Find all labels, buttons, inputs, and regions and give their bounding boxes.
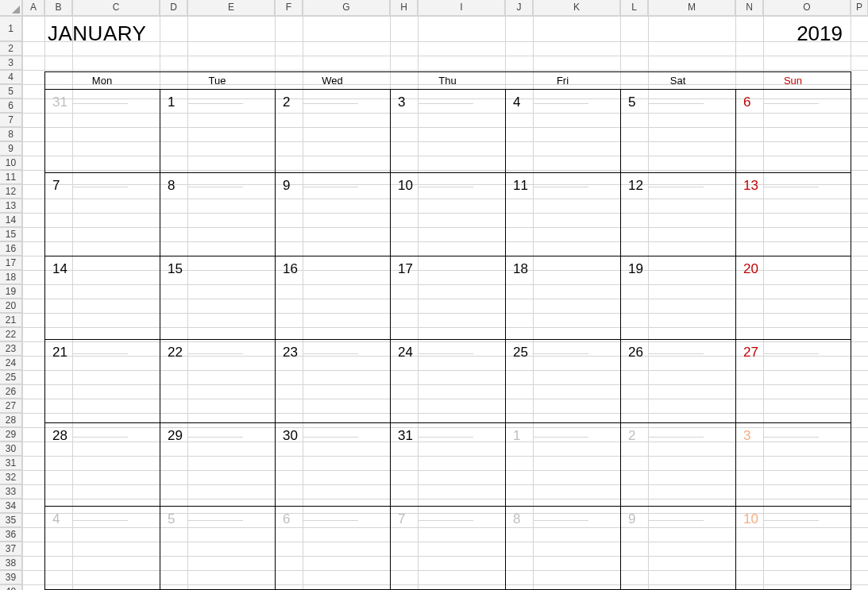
calendar-day[interactable]: 2 bbox=[628, 428, 635, 444]
row-header[interactable]: 30 bbox=[0, 442, 22, 456]
calendar-day[interactable]: 6 bbox=[283, 511, 290, 527]
row-header[interactable]: 5 bbox=[0, 84, 22, 98]
calendar-day[interactable]: 18 bbox=[513, 261, 528, 277]
row-header[interactable]: 11 bbox=[0, 170, 22, 184]
calendar-day[interactable]: 4 bbox=[513, 94, 520, 110]
calendar-day[interactable]: 13 bbox=[743, 178, 758, 194]
row-header[interactable]: 37 bbox=[0, 542, 22, 556]
row-header[interactable]: 3 bbox=[0, 56, 22, 70]
spreadsheet-view[interactable]: JANUARY 2019 MonTueWedThuFriSatSun311234… bbox=[0, 0, 868, 590]
calendar-day[interactable]: 7 bbox=[52, 178, 60, 194]
row-header[interactable]: 16 bbox=[0, 241, 22, 256]
column-header[interactable]: I bbox=[418, 0, 505, 16]
row-header[interactable]: 31 bbox=[0, 456, 22, 470]
row-header[interactable]: 19 bbox=[0, 284, 22, 299]
column-header[interactable]: H bbox=[390, 0, 418, 16]
calendar-day[interactable]: 10 bbox=[743, 511, 758, 527]
calendar-day[interactable]: 6 bbox=[743, 94, 750, 110]
row-header[interactable]: 23 bbox=[0, 341, 22, 356]
row-header[interactable]: 20 bbox=[0, 299, 22, 313]
calendar-day[interactable]: 22 bbox=[168, 345, 183, 361]
calendar-day[interactable]: 31 bbox=[52, 94, 68, 110]
calendar-day[interactable]: 26 bbox=[628, 345, 643, 361]
calendar-day[interactable]: 23 bbox=[283, 345, 298, 361]
column-header[interactable]: N bbox=[735, 0, 763, 16]
column-header[interactable]: O bbox=[763, 0, 851, 16]
row-header[interactable]: 39 bbox=[0, 570, 22, 584]
row-header[interactable]: 24 bbox=[0, 356, 22, 370]
row-header[interactable]: 7 bbox=[0, 113, 22, 127]
calendar-day[interactable]: 5 bbox=[628, 94, 635, 110]
row-header[interactable]: 33 bbox=[0, 484, 22, 499]
row-header[interactable]: 34 bbox=[0, 499, 22, 513]
column-header[interactable]: P bbox=[851, 0, 868, 16]
row-header[interactable]: 10 bbox=[0, 156, 22, 170]
calendar-day[interactable]: 11 bbox=[513, 178, 528, 194]
row-header[interactable]: 21 bbox=[0, 313, 22, 327]
row-header[interactable]: 25 bbox=[0, 370, 22, 384]
column-header[interactable]: E bbox=[187, 0, 275, 16]
calendar-day[interactable]: 19 bbox=[628, 261, 643, 277]
row-header[interactable]: 6 bbox=[0, 98, 22, 113]
calendar-day[interactable]: 1 bbox=[168, 94, 175, 110]
calendar-day[interactable]: 29 bbox=[168, 428, 183, 444]
row-header[interactable]: 27 bbox=[0, 399, 22, 413]
row-header[interactable]: 15 bbox=[0, 227, 22, 241]
calendar-day[interactable]: 1 bbox=[513, 428, 520, 444]
calendar-day[interactable]: 8 bbox=[168, 178, 175, 194]
row-header[interactable]: 35 bbox=[0, 513, 22, 527]
calendar-day[interactable]: 27 bbox=[743, 345, 758, 361]
calendar-day[interactable]: 17 bbox=[398, 261, 413, 277]
row-header[interactable]: 18 bbox=[0, 270, 22, 284]
calendar-day[interactable]: 10 bbox=[398, 178, 413, 194]
calendar-day[interactable]: 21 bbox=[52, 345, 68, 361]
calendar-day[interactable]: 25 bbox=[513, 345, 528, 361]
column-header[interactable]: K bbox=[533, 0, 620, 16]
row-header[interactable]: 38 bbox=[0, 556, 22, 570]
row-header[interactable]: 12 bbox=[0, 184, 22, 199]
row-header[interactable]: 28 bbox=[0, 413, 22, 427]
column-header[interactable]: G bbox=[303, 0, 390, 16]
calendar-day[interactable]: 9 bbox=[628, 511, 635, 527]
calendar-day[interactable]: 3 bbox=[743, 428, 750, 444]
calendar-day[interactable]: 8 bbox=[513, 511, 520, 527]
calendar-day[interactable]: 24 bbox=[398, 345, 413, 361]
calendar-day[interactable]: 14 bbox=[52, 261, 68, 277]
calendar-day[interactable]: 20 bbox=[743, 261, 758, 277]
calendar-day[interactable]: 31 bbox=[398, 428, 413, 444]
row-header[interactable]: 26 bbox=[0, 384, 22, 399]
calendar-day[interactable]: 16 bbox=[283, 261, 298, 277]
row-header[interactable]: 9 bbox=[0, 141, 22, 156]
column-header[interactable]: M bbox=[648, 0, 735, 16]
row-header[interactable]: 1 bbox=[0, 16, 22, 41]
row-header[interactable]: 8 bbox=[0, 127, 22, 141]
row-header[interactable]: 32 bbox=[0, 470, 22, 484]
row-header[interactable]: 2 bbox=[0, 41, 22, 56]
calendar-day[interactable]: 30 bbox=[283, 428, 298, 444]
calendar-day[interactable]: 2 bbox=[283, 94, 290, 110]
column-header[interactable]: J bbox=[505, 0, 533, 16]
column-header[interactable]: D bbox=[160, 0, 187, 16]
calendar-day[interactable]: 5 bbox=[168, 511, 175, 527]
row-header[interactable]: 36 bbox=[0, 527, 22, 542]
select-all-corner[interactable] bbox=[0, 0, 22, 16]
column-header[interactable]: C bbox=[72, 0, 160, 16]
column-header[interactable]: L bbox=[620, 0, 648, 16]
row-header[interactable]: 17 bbox=[0, 256, 22, 270]
row-header[interactable]: 40 bbox=[0, 584, 22, 590]
column-header[interactable]: F bbox=[275, 0, 303, 16]
column-header[interactable]: B bbox=[44, 0, 72, 16]
calendar-day[interactable]: 4 bbox=[52, 511, 60, 527]
calendar-day[interactable]: 12 bbox=[628, 178, 643, 194]
row-header[interactable]: 13 bbox=[0, 199, 22, 213]
row-header[interactable]: 29 bbox=[0, 427, 22, 442]
column-header[interactable]: A bbox=[22, 0, 44, 16]
calendar-day[interactable]: 9 bbox=[283, 178, 290, 194]
row-header[interactable]: 22 bbox=[0, 327, 22, 341]
cells-area[interactable]: JANUARY 2019 MonTueWedThuFriSatSun311234… bbox=[22, 16, 868, 590]
calendar-day[interactable]: 28 bbox=[52, 428, 68, 444]
calendar-day[interactable]: 15 bbox=[168, 261, 183, 277]
row-header[interactable]: 14 bbox=[0, 213, 22, 227]
row-header[interactable]: 4 bbox=[0, 70, 22, 84]
calendar-day[interactable]: 3 bbox=[398, 94, 405, 110]
